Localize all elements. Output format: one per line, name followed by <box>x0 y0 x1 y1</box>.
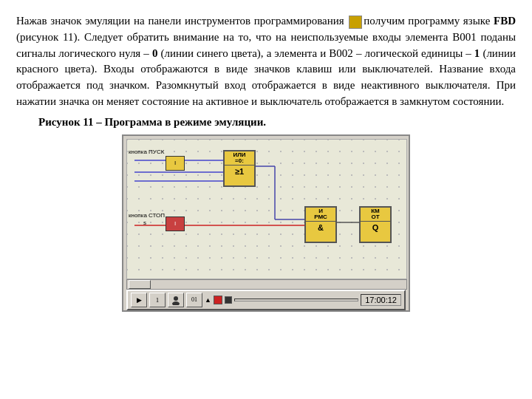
figure-caption: Рисунок 11 – Программа в режиме эмуляции… <box>38 116 516 129</box>
block-km-body: Q <box>371 222 381 233</box>
block-and-title: ИРМС <box>306 208 335 222</box>
svg-point-9 <box>172 301 180 305</box>
block-km-title: КМОТ <box>361 208 390 222</box>
label-knopka-pusk: кнопка ПУСК <box>129 149 164 155</box>
main-content: Нажав значок эмуляции на панели инструме… <box>16 13 516 312</box>
switch-stop-closed[interactable]: I <box>166 216 185 231</box>
label-knopka-stop: кнопка СТОП <box>129 212 165 219</box>
taskbar-btn-user[interactable] <box>168 293 184 307</box>
fbd-label: FBD <box>494 15 516 27</box>
switch-pusk-open[interactable]: I <box>166 156 185 171</box>
taskbar-status <box>234 299 358 301</box>
inline-icon-emulation <box>349 16 362 29</box>
taskbar-btn-01[interactable]: 01 <box>186 293 202 307</box>
user-icon <box>171 295 181 305</box>
switch-pusk-icon[interactable]: I <box>166 156 185 171</box>
taskbar-separator1: ▲ <box>205 296 211 304</box>
taskbar: ▶ 1 01 ▲ 17:00:12 <box>126 290 406 310</box>
taskbar-btn-play[interactable]: ▶ <box>131 293 147 307</box>
switch-stop-icon[interactable]: I <box>166 216 185 231</box>
text-part2: получим программу языке <box>364 15 494 27</box>
text-part1: Нажав значок эмуляции на панели инструме… <box>16 15 347 27</box>
taskbar-dark-indicator <box>225 296 232 304</box>
main-paragraph: Нажав значок эмуляции на панели инструме… <box>16 13 516 110</box>
taskbar-btn-1[interactable]: 1 <box>149 293 166 307</box>
block-or-title: ИЛИ=0: <box>225 151 254 166</box>
taskbar-red-indicator <box>214 296 222 304</box>
scrollbar-horizontal[interactable] <box>126 279 407 290</box>
diagram-outer: кнопка ПУСК I кнопка СТОП s I <box>122 134 410 312</box>
taskbar-time: 17:00:12 <box>361 294 401 306</box>
scroll-thumb[interactable] <box>129 280 151 289</box>
block-and: ИРМС & <box>304 206 337 243</box>
block-or-body: ≥1 <box>233 166 245 177</box>
diagram-canvas[interactable]: кнопка ПУСК I кнопка СТОП s I <box>126 139 407 279</box>
block-or: ИЛИ=0: ≥1 <box>223 150 256 187</box>
block-and-body: & <box>316 222 325 233</box>
svg-point-8 <box>174 296 178 301</box>
label-s: s <box>143 219 146 226</box>
switch-pusk-label: I <box>174 160 176 166</box>
diagram-wrapper: кнопка ПУСК I кнопка СТОП s I <box>16 134 516 312</box>
block-km: КМОТ Q <box>359 206 392 243</box>
switch-stop-label: I <box>174 220 176 227</box>
text-part4: (линии синего цвета), а элемента и В002 … <box>157 47 474 59</box>
